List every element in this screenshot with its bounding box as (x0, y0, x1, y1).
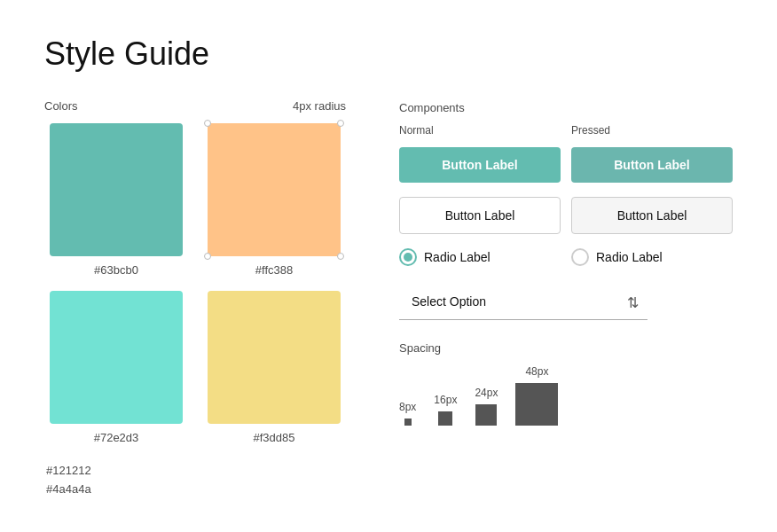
radio-circle-unchecked (571, 248, 589, 266)
main-content: Colors 4px radius #63bcb0 #ffc388 (44, 99, 733, 499)
swatch-mint-box (50, 291, 183, 424)
spacing-8px-box (404, 419, 412, 426)
swatch-mint: #72e2d3 (44, 291, 188, 444)
swatch-orange-hex: #ffc388 (255, 263, 293, 277)
text-color-dark: #121212 (46, 462, 346, 481)
corner-dot-br (337, 253, 344, 260)
select-option[interactable]: Select Option (399, 284, 648, 320)
spacing-48px: 48px (515, 365, 558, 426)
colors-header: Colors 4px radius (44, 99, 346, 123)
swatch-yellow-hex: #f3dd85 (254, 431, 295, 444)
swatch-teal-box (50, 123, 183, 256)
swatch-mint-hex: #72e2d3 (94, 431, 139, 444)
spacing-48px-label: 48px (525, 365, 548, 378)
btn-secondary-pressed[interactable]: Button Label (571, 197, 733, 234)
swatch-yellow: #f3dd85 (202, 291, 346, 444)
corner-dot-tl (204, 120, 211, 127)
spacing-label: Spacing (399, 341, 733, 355)
btn-secondary-normal[interactable]: Button Label (399, 197, 561, 234)
radius-label: 4px radius (293, 99, 346, 113)
page-title: Style Guide (44, 35, 733, 73)
spacing-16px-box (438, 411, 452, 426)
radio-unchecked[interactable]: Radio Label (571, 248, 733, 266)
spacing-16px-label: 16px (434, 394, 457, 406)
spacing-24px-box (475, 404, 497, 426)
colors-section: Colors 4px radius #63bcb0 #ffc388 (44, 99, 346, 499)
corner-dot-tr (337, 120, 344, 127)
swatch-teal: #63bcb0 (44, 123, 188, 277)
color-grid: #63bcb0 #ffc388 #72e2d3 #f3dd8 (44, 123, 346, 444)
components-label: Components (399, 101, 465, 114)
spacing-24px: 24px (475, 387, 498, 426)
secondary-buttons-row: Button Label Button Label (399, 197, 733, 234)
pressed-state-label: Pressed (571, 124, 733, 137)
text-colors: #121212 #4a4a4a (44, 462, 346, 499)
components-section: Components Normal Pressed Button Label B… (399, 99, 733, 499)
spacing-48px-box (515, 383, 558, 426)
spacing-8px-label: 8px (399, 401, 416, 413)
normal-state-label: Normal (399, 124, 561, 137)
radio-checked[interactable]: Radio Label (399, 248, 561, 266)
state-labels-row: Normal Pressed (399, 124, 733, 144)
swatch-orange-box (208, 123, 341, 256)
spacing-24px-label: 24px (475, 387, 498, 399)
primary-buttons-row: Button Label Button Label (399, 147, 733, 183)
corner-dot-bl (204, 253, 211, 260)
swatch-yellow-box (208, 291, 341, 424)
swatch-orange: #ffc388 (202, 123, 346, 277)
spacing-section: Spacing 8px 16px 24px 48px (399, 341, 733, 426)
spacing-items: 8px 16px 24px 48px (399, 365, 733, 426)
radio-row: Radio Label Radio Label (399, 248, 733, 266)
radio-circle-checked (399, 248, 417, 266)
text-color-medium: #4a4a4a (46, 481, 346, 499)
radio-label-checked: Radio Label (424, 250, 491, 264)
btn-primary-normal[interactable]: Button Label (399, 147, 561, 183)
btn-primary-pressed[interactable]: Button Label (571, 147, 733, 183)
select-wrapper: Select Option ⇅ (399, 284, 648, 320)
spacing-8px: 8px (399, 401, 416, 426)
swatch-teal-hex: #63bcb0 (94, 263, 138, 277)
colors-label: Colors (44, 99, 78, 113)
spacing-16px: 16px (434, 394, 457, 426)
radio-label-unchecked: Radio Label (596, 250, 663, 264)
